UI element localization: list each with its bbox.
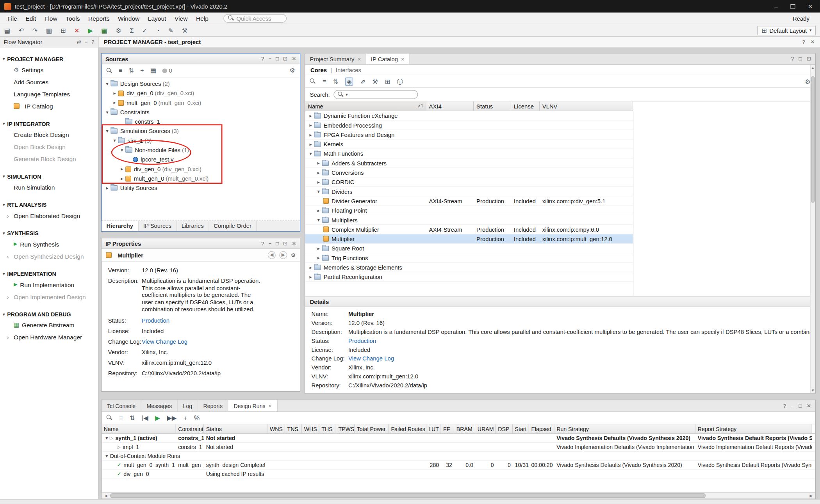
- add-repository-icon[interactable]: ⊞: [385, 78, 390, 84]
- help-icon[interactable]: ?: [802, 39, 805, 44]
- layout-select[interactable]: ⊞ Default Layout ▾: [757, 25, 816, 35]
- scroll-left-icon[interactable]: ◀: [103, 493, 109, 499]
- flow-item-language-templates[interactable]: Language Templates: [0, 88, 98, 100]
- close-icon[interactable]: ×: [269, 403, 272, 409]
- run-row-mult-gen-0-synth-1[interactable]: ✓mult_gen_0_synth_1mult_gen_0synth_desig…: [102, 461, 815, 470]
- tree-item-design-sources[interactable]: ▾Design Sources(2): [102, 79, 299, 88]
- flow-item-open-block-design[interactable]: Open Block Design: [0, 140, 98, 153]
- tab-tcl-console[interactable]: Tcl Console: [102, 400, 141, 411]
- run-row-synth-1-active[interactable]: ▾▷synth_1 (active)constrs_1Not startedVi…: [102, 434, 815, 443]
- chevron-down-icon[interactable]: ▾: [104, 128, 111, 133]
- float-icon[interactable]: □: [276, 56, 279, 61]
- float-icon[interactable]: □: [276, 241, 279, 246]
- collapse-all-icon[interactable]: ≡: [119, 67, 122, 74]
- float-icon[interactable]: □: [799, 56, 802, 61]
- search-icon[interactable]: [107, 415, 112, 421]
- scroll-right-icon[interactable]: ▶: [808, 493, 814, 499]
- close-icon[interactable]: ×: [358, 56, 361, 62]
- help-icon[interactable]: ?: [791, 56, 794, 61]
- create-runs-icon[interactable]: +: [184, 415, 187, 421]
- catalog-row-memories-storage-elements[interactable]: ▸Memories & Storage Elements: [305, 263, 633, 272]
- chevron-right-icon[interactable]: ▸: [104, 185, 111, 190]
- run-row-div-gen-0[interactable]: ✓div_gen_0Using cached IP results: [102, 470, 815, 479]
- chevron-right-icon[interactable]: ▸: [119, 176, 126, 181]
- column-header-ff[interactable]: FF: [441, 424, 455, 433]
- column-header-axi4[interactable]: AXI4: [426, 101, 474, 110]
- expand-all-icon[interactable]: ⇅: [333, 78, 339, 84]
- run-icon[interactable]: ▶: [155, 415, 160, 421]
- catalog-row-floating-point[interactable]: ▸Floating Point: [305, 206, 633, 215]
- tab-ip-catalog[interactable]: IP Catalog×: [366, 54, 410, 64]
- help-icon[interactable]: ?: [91, 39, 94, 44]
- flow-item-ip-catalog[interactable]: IP Catalog: [0, 100, 98, 112]
- menu-tools[interactable]: Tools: [61, 12, 84, 24]
- flow-item-run-synthesis[interactable]: ▶Run Synthesis: [0, 238, 98, 250]
- minimize-icon[interactable]: −: [268, 241, 271, 246]
- collapse-icon[interactable]: ≡: [85, 39, 88, 44]
- collapse-all-icon[interactable]: ≡: [323, 78, 326, 84]
- help-icon[interactable]: ?: [783, 403, 786, 408]
- chevron-down-icon[interactable]: ▾: [119, 147, 126, 153]
- column-header-report-strategy[interactable]: Report Strategy: [695, 424, 812, 433]
- column-header-uram[interactable]: URAM: [475, 424, 496, 433]
- chevron-down-icon[interactable]: ▾: [104, 453, 110, 458]
- tab-cores[interactable]: Cores: [310, 67, 327, 73]
- catalog-row-complex-multiplier[interactable]: Complex MultiplierAXI4-StreamProductionI…: [305, 225, 633, 234]
- column-header-whs[interactable]: WHS: [302, 424, 319, 433]
- info-icon[interactable]: ⓘ: [397, 78, 403, 84]
- report-icon[interactable]: ▦: [101, 27, 107, 34]
- restart-runs-icon[interactable]: |◀: [142, 415, 148, 421]
- column-header-license[interactable]: License: [511, 101, 540, 110]
- menu-layout[interactable]: Layout: [144, 12, 170, 24]
- menu-window[interactable]: Window: [114, 12, 144, 24]
- column-header-ths[interactable]: THS: [319, 424, 336, 433]
- maximize-icon[interactable]: ⊡: [283, 241, 287, 246]
- expand-all-icon[interactable]: ⇅: [128, 67, 134, 74]
- column-header-name[interactable]: Name∧1: [305, 101, 426, 110]
- chevron-right-icon[interactable]: ▸: [315, 170, 322, 175]
- maximize-icon[interactable]: ⊡: [807, 56, 811, 61]
- save-icon[interactable]: ▥: [46, 27, 52, 34]
- flow-section-simulation[interactable]: ▾SIMULATION: [0, 172, 98, 181]
- tree-item-utility-sources[interactable]: ▸Utility Sources: [102, 183, 299, 193]
- chevron-down-icon[interactable]: ▾: [104, 81, 111, 86]
- catalog-row-adders-subtracters[interactable]: ▸Adders & Subtracters: [305, 158, 633, 168]
- chevron-right-icon[interactable]: ▸: [111, 91, 118, 96]
- close-icon[interactable]: ✕: [292, 241, 296, 246]
- flow-item-open-implemented-design[interactable]: ›Open Implemented Design: [0, 291, 98, 303]
- validate-icon[interactable]: ✓: [142, 27, 148, 34]
- column-header-tpws[interactable]: TPWS: [336, 424, 355, 433]
- tree-item-non-module-files[interactable]: ▾Non-module Files(1): [102, 145, 299, 154]
- chevron-down-icon[interactable]: ▾: [315, 189, 322, 194]
- column-header-tns[interactable]: TNS: [285, 424, 302, 433]
- scrollbar-thumb[interactable]: [811, 76, 815, 203]
- column-header-start[interactable]: Start: [513, 424, 529, 433]
- tree-item-mult-gen-0[interactable]: ▸mult_gen_0(mult_gen_0.xci): [102, 98, 299, 107]
- undo-icon[interactable]: ↶: [19, 27, 24, 34]
- chevron-down-icon[interactable]: ▾: [104, 110, 111, 115]
- flow-section-implementation[interactable]: ▾IMPLEMENTATION: [0, 269, 98, 279]
- menu-reports[interactable]: Reports: [84, 12, 114, 24]
- chevron-right-icon[interactable]: ▸: [307, 113, 314, 118]
- add-sources-icon[interactable]: +: [140, 67, 144, 74]
- chevron-right-icon[interactable]: ▸: [315, 255, 322, 260]
- field-value[interactable]: View Change Log: [348, 355, 394, 362]
- close-button[interactable]: ✕: [808, 3, 813, 10]
- menu-view[interactable]: View: [170, 12, 192, 24]
- elaborate-icon[interactable]: Σ: [130, 27, 134, 34]
- catalog-row-kernels[interactable]: ▸Kernels: [305, 140, 633, 149]
- chevron-right-icon[interactable]: ▸: [315, 208, 322, 213]
- open-project-icon[interactable]: ▤: [4, 27, 10, 34]
- edit-icon[interactable]: ✎: [168, 27, 174, 34]
- field-value[interactable]: Production: [348, 337, 376, 344]
- catalog-row-square-root[interactable]: ▸Square Root: [305, 244, 633, 253]
- tab-interfaces[interactable]: Interfaces: [336, 67, 361, 73]
- tree-item-simulation-sources[interactable]: ▾Simulation Sources(3): [102, 126, 299, 136]
- tree-item-sim-1[interactable]: ▾sim_1(3): [102, 136, 299, 145]
- chevron-right-icon[interactable]: ▸: [307, 132, 314, 137]
- help-icon[interactable]: ?: [261, 241, 264, 246]
- gear-icon[interactable]: ⚙: [291, 252, 296, 257]
- chevron-right-icon[interactable]: ▸: [307, 122, 314, 128]
- catalog-row-partial-reconfiguration[interactable]: ▸Partial Reconfiguration: [305, 272, 633, 282]
- tab-log[interactable]: Log: [178, 400, 198, 411]
